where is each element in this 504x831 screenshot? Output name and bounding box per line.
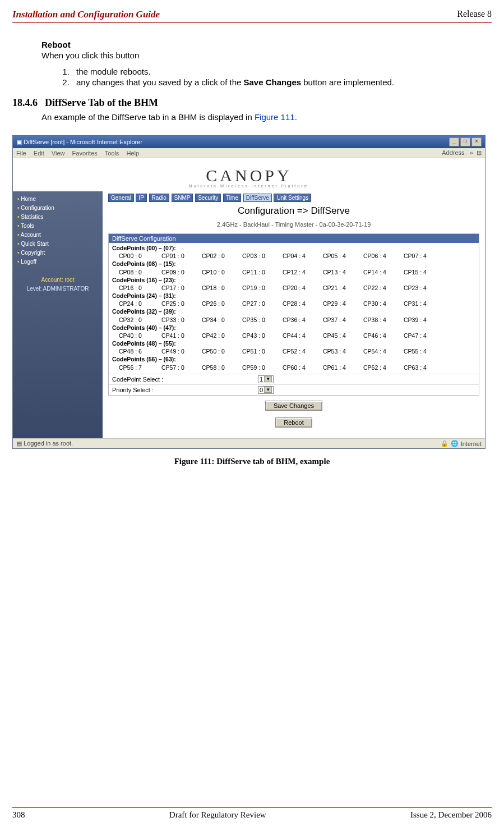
tab-diffserve[interactable]: DiffServe <box>243 194 272 202</box>
tab-ip[interactable]: IP <box>136 194 146 202</box>
codepoint-cell: CP26 : 0 <box>202 300 242 307</box>
codepoint-group-label: CodePoints (16) – (23): <box>112 276 475 284</box>
save-changes-button[interactable]: Save Changes <box>265 401 322 411</box>
priority-select-label: Priority Select : <box>112 387 258 393</box>
codepoint-cell: CP51 : 0 <box>242 347 283 355</box>
codepoint-cell: CP62 : 4 <box>363 364 404 371</box>
menu-favorites[interactable]: Favorites <box>72 150 98 157</box>
codepoint-cell: CP00 : 0 <box>112 252 161 260</box>
footer-right: Issue 2, December 2006 <box>410 810 492 820</box>
codepoint-cell: CP19 : 0 <box>242 284 283 292</box>
codepoint-cell: CP32 : 0 <box>112 316 161 324</box>
codepoint-cell: CP55 : 4 <box>404 347 444 355</box>
codepoint-cell: CP49 : 0 <box>161 347 202 355</box>
canopy-logo-subtitle: Motorola Wireless Internet Platform <box>13 184 485 188</box>
sidebar-item-account[interactable]: Account <box>17 231 98 240</box>
codepoint-cell: CP04 : 4 <box>283 252 323 260</box>
config-title: Configuration => DiffServe <box>108 205 479 217</box>
codepoint-cell: CP02 : 0 <box>202 252 242 260</box>
sidebar-item-quickstart[interactable]: Quick Start <box>17 240 98 249</box>
codepoint-cell: CP12 : 4 <box>283 268 323 276</box>
codepoint-cell: CP39 : 4 <box>404 316 444 324</box>
status-left-text: Logged in as root. <box>24 440 73 447</box>
codepoint-cell: CP33 : 0 <box>161 316 202 324</box>
codepoint-cell: CP11 : 0 <box>242 268 283 276</box>
codepoint-cell: CP23 : 4 <box>404 284 444 292</box>
codepoint-cell: CP50 : 0 <box>202 347 242 355</box>
tab-radio[interactable]: Radio <box>149 194 169 202</box>
priority-select-row: Priority Select : 0 ▼ <box>109 384 479 395</box>
codepoint-select-value: 1 <box>260 376 263 383</box>
tab-general[interactable]: General <box>108 194 134 202</box>
codepoint-cell: CP31 : 4 <box>404 300 444 307</box>
maximize-button[interactable]: □ <box>460 137 470 146</box>
codepoint-cell: CP47 : 4 <box>404 332 444 339</box>
codepoint-cell: CP54 : 4 <box>363 347 404 355</box>
close-button[interactable]: × <box>471 137 482 146</box>
codepoint-cell: CP63 : 4 <box>404 364 444 371</box>
codepoint-cell: CP30 : 4 <box>363 300 404 307</box>
codepoint-cell: CP06 : 4 <box>363 252 404 260</box>
codepoint-select-dropdown[interactable]: 1 ▼ <box>258 375 274 383</box>
sidebar-nav: Home Configuration Statistics Tools Acco… <box>13 191 103 438</box>
codepoint-cell: CP57 : 0 <box>161 364 202 371</box>
codepoint-cell: CP17 : 0 <box>161 284 202 292</box>
codepoint-cell: CP44 : 4 <box>283 332 323 339</box>
codepoint-cell: CP34 : 0 <box>202 316 242 324</box>
minimize-button[interactable]: _ <box>449 137 459 146</box>
reboot-button[interactable]: Reboot <box>275 417 312 428</box>
sidebar-item-home[interactable]: Home <box>17 195 98 204</box>
reboot-lead: When you click this button <box>41 50 492 60</box>
lock-icon: 🔒 <box>441 440 448 447</box>
codepoint-cell: CP29 : 4 <box>323 300 363 307</box>
sidebar-item-configuration[interactable]: Configuration <box>17 204 98 213</box>
codepoint-cell: CP14 : 4 <box>363 268 404 276</box>
codepoint-cell: CP61 : 4 <box>323 364 363 371</box>
codepoint-cell: CP21 : 4 <box>323 284 363 292</box>
section-lead-b: . <box>295 112 297 122</box>
tab-snmp[interactable]: SNMP <box>172 194 193 202</box>
priority-select-dropdown[interactable]: 0 ▼ <box>258 386 274 394</box>
footer-rule <box>12 807 492 808</box>
reboot-step2-bold: Save Changes <box>244 77 302 87</box>
priority-select-value: 0 <box>260 387 263 393</box>
menu-tools[interactable]: Tools <box>105 150 119 157</box>
sidebar-item-copyright[interactable]: Copyright <box>17 249 98 258</box>
codepoint-row: CP56 : 7CP57 : 0CP58 : 0CP59 : 0CP60 : 4… <box>112 364 475 371</box>
reboot-step2-b: button are implemented. <box>301 77 394 87</box>
codepoint-cell: CP48 : 6 <box>112 347 161 355</box>
codepoint-table: CodePoints (00) – (07):CP00 : 0CP01 : 0C… <box>109 243 479 374</box>
menu-file[interactable]: File <box>16 150 26 157</box>
tab-time[interactable]: Time <box>223 194 241 202</box>
reboot-step-1: the module reboots. <box>72 67 492 76</box>
menu-help[interactable]: Help <box>126 150 139 157</box>
footer-center: Draft for Regulatory Review <box>169 810 266 820</box>
sidebar-account-label: Account: root <box>17 276 98 284</box>
figure-reference-link[interactable]: Figure 111 <box>255 112 295 122</box>
toolbar-chevron[interactable]: » <box>470 149 473 156</box>
sidebar-level-label: Level: ADMINISTRATOR <box>17 284 98 293</box>
sidebar-item-logoff[interactable]: Logoff <box>17 258 98 267</box>
codepoint-cell: CP18 : 0 <box>202 284 242 292</box>
codepoint-cell: CP03 : 0 <box>242 252 283 260</box>
menu-edit[interactable]: Edit <box>34 150 44 157</box>
codepoint-cell: CP09 : 0 <box>161 268 202 276</box>
codepoint-cell: CP36 : 4 <box>283 316 323 324</box>
logo-area: CANOPY Motorola Wireless Internet Platfo… <box>13 158 485 191</box>
codepoint-cell: CP38 : 4 <box>363 316 404 324</box>
codepoint-cell: CP27 : 0 <box>242 300 283 307</box>
sidebar-item-statistics[interactable]: Statistics <box>17 213 98 222</box>
ie-icon: ▣ <box>16 139 22 145</box>
figure-caption: Figure 111: DiffServe tab of BHM, exampl… <box>12 457 492 466</box>
status-page-icon: ▤ <box>16 440 22 447</box>
menu-view[interactable]: View <box>52 150 65 157</box>
tab-unitsettings[interactable]: Unit Settings <box>274 194 311 202</box>
codepoint-cell: CP37 : 4 <box>323 316 363 324</box>
tab-bar: General IP Radio SNMP Security Time Diff… <box>108 194 479 202</box>
tab-security[interactable]: Security <box>195 194 221 202</box>
publication-title: Installation and Configuration Guide <box>12 9 160 20</box>
codepoint-group-label: CodePoints (24) – (31): <box>112 292 475 300</box>
codepoint-cell: CP35 : 0 <box>242 316 283 324</box>
section-lead-a: An example of the DiffServe tab in a BHM… <box>41 112 255 122</box>
sidebar-item-tools[interactable]: Tools <box>17 222 98 231</box>
